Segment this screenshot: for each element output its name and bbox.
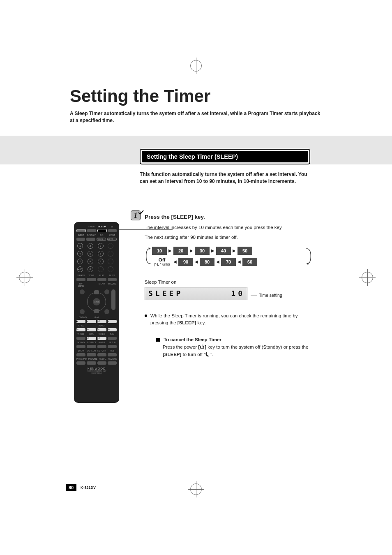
page-title: Setting the Timer: [70, 86, 322, 106]
square-icon: [156, 338, 160, 342]
crop-mark-left: [16, 269, 33, 286]
crop-mark-bottom: [188, 481, 204, 497]
section-description: This function automatically turns the sy…: [140, 171, 310, 185]
section-heading: Setting the Sleep Timer (SLEEP): [140, 149, 310, 164]
cycle-chip: 10: [152, 247, 167, 255]
cycle-chip: 30: [195, 247, 210, 255]
footer-model: K-821DV: [81, 486, 96, 490]
step-number-badge: 1: [131, 210, 143, 223]
display-text: SLEEP: [148, 289, 182, 298]
cycle-off-sub: ("⏾" unlit): [154, 262, 170, 266]
step-line-1: The interval increases by 10 minutes eac…: [145, 224, 312, 231]
display-screen: SLEEP 10: [145, 287, 247, 300]
cycle-chip: 40: [216, 247, 231, 255]
cycle-chip: 20: [173, 247, 188, 255]
remote-sleep-label: SLEEP: [97, 225, 106, 228]
bullet-icon: [145, 314, 147, 317]
step-line-2: The next setting after 90 minutes is tim…: [145, 234, 312, 241]
cycle-chip: 70: [221, 258, 236, 266]
check-icon: [138, 210, 144, 215]
loop-arrow-right: [305, 247, 312, 266]
display-value: 10: [231, 289, 244, 298]
crop-mark-right: [359, 269, 376, 286]
cycle-chip: 80: [200, 258, 214, 266]
step-title: Press the [SLEEP] key.: [145, 214, 312, 220]
cancel-heading: To cancel the Sleep Timer: [156, 337, 312, 342]
remote-brand: KENWOOD: [76, 367, 117, 370]
loop-arrow-left: [145, 247, 152, 266]
page-number: 80: [66, 484, 76, 491]
note-bullet: While the Sleep Timer is running, you ca…: [145, 312, 312, 327]
remote-illustration: TIMER SLEEP ⏻ INPUTDISPLAYP.D.CONT DMMR …: [74, 222, 119, 403]
display-annotation: Time setting: [251, 293, 282, 298]
crop-mark-top: [188, 58, 204, 74]
remote-timer-label: TIMER: [87, 225, 96, 228]
cycle-chip: 90: [178, 258, 193, 266]
cancel-body: Press the power [⏻] key to turn the syst…: [163, 344, 312, 358]
page-subtitle: A Sleep Timer automatically turns the sy…: [70, 110, 322, 124]
remote-sleep-button: [97, 229, 107, 232]
cycle-off-label: Off: [159, 257, 166, 262]
cycle-chip: 50: [238, 247, 252, 255]
section-heading-text: Setting the Sleep Timer (SLEEP): [142, 151, 308, 162]
cycle-diagram: 10▶ 20▶ 30▶ 40▶ 50 Off ("⏾" unlit) ◀: [145, 247, 312, 269]
display-label: Sleep Timer on: [145, 280, 312, 284]
cycle-chip: 60: [242, 258, 257, 266]
